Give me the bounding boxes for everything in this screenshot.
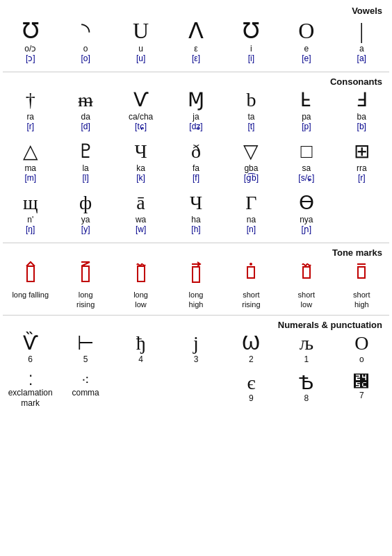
num-cell-8: Ѣ 8	[279, 371, 334, 411]
cons-latin-ja: ja	[193, 112, 199, 122]
num-cell-9: є 9	[224, 371, 279, 411]
tone-cell-short-rising: shortrising	[224, 259, 279, 311]
num-label-exclamation: exclamationmark	[8, 388, 53, 409]
num-label-4: 4	[138, 354, 143, 366]
cons-cell-ma: △ ma [m]	[3, 140, 58, 184]
cons-latin-ta: ta	[247, 112, 254, 122]
cons-symbol-sa: □	[300, 141, 312, 163]
tone-mark-long-rising	[76, 261, 95, 288]
tone-cell-short-high: shorthigh	[334, 259, 389, 311]
cons-latin-ca: ca/cha	[129, 112, 153, 122]
cons-ipa-fa: [f]	[193, 173, 199, 183]
tone-mark-long-high	[186, 261, 206, 288]
cons-cell-ra: † ra [r]	[3, 88, 58, 133]
tone-mark-long-falling	[21, 261, 40, 288]
cons-symbol-na: Г	[245, 193, 256, 214]
cons-symbol-nya: Ѳ	[299, 193, 314, 214]
cons-cell-rra: ⊞ rra [r]	[334, 140, 389, 184]
vowel-ipa-u: [u]	[136, 54, 145, 63]
cons-latin-rra: rra	[357, 163, 367, 173]
tone-label-long-falling: long falling	[12, 290, 49, 300]
tone-label-long-low: longlow	[133, 290, 148, 310]
num-symbol-6: Ѷ	[23, 333, 38, 354]
num-cell-comma: ⁖ comma	[58, 371, 113, 411]
consonants-section: Consonants † ra [r] ᵯ da [d] Ѵ ca/cha [t…	[3, 76, 389, 235]
cons-ipa-wa: [w]	[136, 224, 146, 234]
vowel-ipa-e2: [e]	[302, 54, 311, 63]
num-symbol-5: ⊢	[77, 333, 94, 354]
num-cell-0: O o	[334, 332, 389, 366]
cons-ipa-la: [l]	[82, 173, 88, 183]
vowel-cell-a: | a [a]	[334, 17, 389, 65]
vowel-symbol-e2: O	[298, 19, 314, 43]
cons-symbol-pa: Ⅎ	[301, 90, 312, 111]
num-cell-empty-2	[113, 371, 168, 411]
vowel-cell-o: ◝ o [o]	[58, 17, 113, 65]
tone-cell-long-low: longlow	[113, 259, 168, 311]
cons-symbol-ka: Ч	[134, 141, 147, 163]
cons-latin-n-apos: n'	[27, 215, 33, 224]
cons-latin-na: na	[247, 215, 256, 224]
num-symbol-comma: ⁖	[81, 373, 90, 388]
svg-rect-3	[82, 266, 89, 281]
cons-symbol-la: ♇	[77, 141, 95, 163]
cons-cell-ya: ф ya [y]	[58, 191, 113, 236]
numerals-header: Numerals & punctuation	[3, 320, 389, 330]
vowel-latin-e2: e	[304, 44, 309, 54]
vowel-cell-u: U u [u]	[113, 17, 168, 65]
cons-latin-gba: gba	[244, 163, 258, 173]
cons-symbol-gba: ▽	[243, 141, 259, 163]
cons-cell-ta: b ta [t]	[224, 88, 279, 133]
vowel-ipa-o-c: [ɔ]	[26, 54, 35, 63]
cons-cell-ja: Ɱ ja [dʑ]	[168, 88, 223, 133]
cons-cell-n-apos: щ n' [ŋ]	[3, 191, 58, 236]
tone-label-long-high: longhigh	[189, 290, 204, 310]
tone-mark-short-low	[297, 261, 316, 288]
cons-cell-empty	[334, 191, 389, 236]
divider-2	[3, 243, 389, 243]
cons-symbol-ya: ф	[79, 193, 92, 214]
num-cell-1: љ 1	[279, 332, 334, 366]
numerals-row1-grid: Ѷ 6 ⊢ 5 ђ 4 ј 3 Ѡ 2 љ 1 O o	[3, 332, 389, 366]
num-symbol-7: ⑜	[353, 373, 370, 391]
num-cell-6: Ѷ 6	[3, 332, 58, 366]
cons-ipa-ma: [m]	[24, 173, 36, 183]
tones-header: Tone marks	[3, 247, 389, 258]
num-cell-4: ђ 4	[113, 332, 168, 366]
cons-ipa-rra: [r]	[358, 173, 366, 183]
cons-cell-ca: Ѵ ca/cha [tɕ]	[113, 88, 168, 133]
vowel-ipa-o: [o]	[81, 54, 90, 63]
cons-cell-pa: Ⅎ pa [p]	[279, 88, 334, 133]
vowel-cell-e2: O e [e]	[279, 17, 334, 65]
vowel-symbol-o-c: ℧	[22, 19, 39, 43]
num-symbol-4: ђ	[136, 333, 146, 354]
cons-symbol-ja: Ɱ	[188, 90, 204, 111]
cons-latin-ra: ra	[26, 112, 34, 122]
num-cell-2: Ѡ 2	[224, 332, 279, 366]
num-label-5: 5	[83, 354, 88, 366]
num-label-3: 3	[194, 354, 199, 366]
vowels-section: Vowels ℧ o/ɔ [ɔ] ◝ o [o] U u [u] Ʌ ε [ε]…	[3, 6, 389, 65]
cons-symbol-ca: Ѵ	[133, 90, 149, 111]
svg-rect-11	[358, 267, 365, 278]
num-symbol-exclamation: ⁚	[28, 373, 33, 388]
svg-rect-8	[247, 267, 254, 278]
vowel-symbol-i: Ʊ	[243, 19, 259, 43]
vowel-latin-o: o	[83, 44, 88, 54]
cons-latin-ma: ma	[24, 163, 36, 173]
vowel-symbol-u: U	[133, 19, 149, 43]
svg-rect-4	[138, 266, 145, 281]
cons-latin-sa: sa	[302, 163, 311, 173]
cons-ipa-sa: [s/ɕ]	[298, 173, 314, 183]
svg-rect-0	[27, 266, 34, 281]
tone-label-long-rising: longrising	[76, 290, 95, 310]
cons-ipa-n-apos: [ŋ]	[26, 224, 35, 234]
cons-symbol-fa: ð	[191, 141, 201, 163]
divider-3	[3, 315, 389, 316]
vowel-symbol-a: |	[359, 19, 364, 43]
cons-latin-ha: ha	[191, 215, 200, 224]
cons-ipa-ha: [h]	[191, 224, 200, 234]
tones-grid: long falling longrising longlow	[3, 259, 389, 311]
cons-ipa-ra: [r]	[26, 122, 34, 131]
num-cell-7: ⑜ 7	[334, 371, 389, 411]
